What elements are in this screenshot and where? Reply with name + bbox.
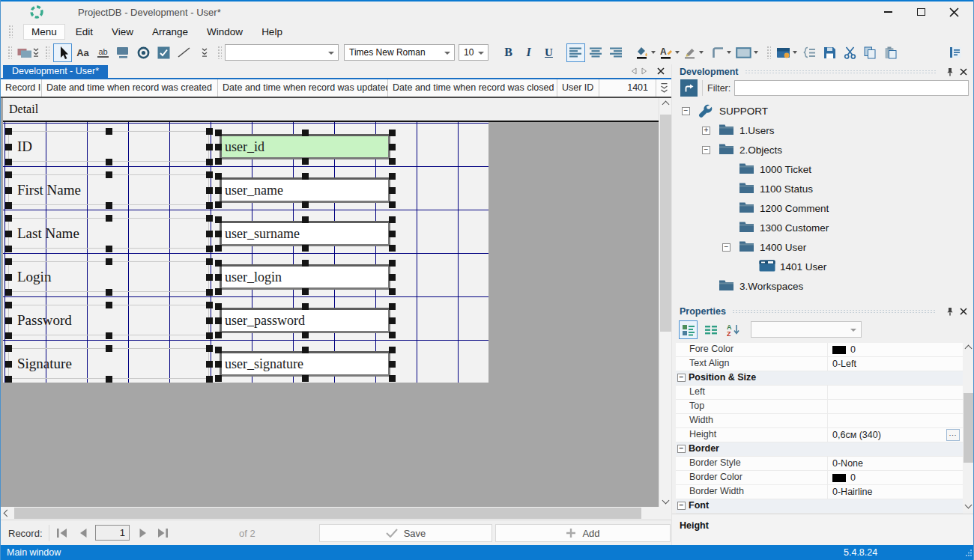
category-expander[interactable]: −: [677, 374, 686, 382]
tools-overflow-button[interactable]: [195, 43, 214, 62]
minimize-button[interactable]: [871, 1, 904, 22]
selection-handle[interactable]: [215, 274, 222, 281]
toolbar-grip[interactable]: [8, 25, 13, 38]
record-header-column[interactable]: Date and time when record was created: [42, 79, 218, 97]
selection-handle[interactable]: [215, 187, 222, 194]
property-row[interactable]: Border Width0-Hairline: [676, 485, 963, 499]
property-value[interactable]: 0,6см (340)...: [828, 428, 963, 442]
selection-handle[interactable]: [206, 345, 213, 352]
style-combobox[interactable]: [225, 44, 339, 61]
selection-handle[interactable]: [389, 144, 396, 150]
menu-item-view[interactable]: View: [103, 24, 142, 40]
last-record-button[interactable]: [154, 526, 172, 541]
record-header-column[interactable]: 1401: [599, 79, 656, 97]
toolbar-grip[interactable]: [766, 46, 771, 59]
ellipsis-button[interactable]: ...: [946, 429, 960, 441]
selection-handle[interactable]: [215, 173, 222, 180]
pointer-tool-button[interactable]: [53, 43, 72, 62]
selection-handle[interactable]: [206, 332, 213, 339]
panel-close-button[interactable]: [958, 67, 969, 77]
label-tool-button[interactable]: Aa: [73, 43, 92, 62]
selection-handle[interactable]: [389, 288, 396, 295]
tree-expander[interactable]: −: [722, 243, 730, 252]
border-style-button[interactable]: [734, 43, 760, 62]
selection-handle[interactable]: [5, 274, 12, 281]
first-record-button[interactable]: [53, 526, 71, 541]
property-object-combobox[interactable]: [751, 321, 862, 338]
selection-handle[interactable]: [5, 187, 12, 194]
selection-handle[interactable]: [215, 245, 222, 252]
scroll-up-button[interactable]: [659, 99, 671, 110]
selection-handle[interactable]: [206, 376, 213, 383]
save-button[interactable]: [820, 43, 839, 62]
align-center-button[interactable]: [587, 43, 605, 62]
font-color-button[interactable]: A: [659, 43, 681, 62]
previous-record-button[interactable]: [74, 526, 92, 541]
selection-handle[interactable]: [215, 216, 222, 223]
selection-handle[interactable]: [5, 202, 12, 209]
selection-handle[interactable]: [206, 289, 213, 296]
selection-handle[interactable]: [389, 216, 396, 223]
scroll-down-button[interactable]: [963, 499, 974, 511]
selection-handle[interactable]: [389, 245, 396, 252]
selection-handle[interactable]: [206, 144, 213, 150]
fill-color-button[interactable]: [634, 43, 657, 62]
designer-field[interactable]: user_password: [220, 308, 390, 333]
selection-handle[interactable]: [215, 375, 222, 382]
selection-handle[interactable]: [302, 130, 309, 136]
selection-handle[interactable]: [215, 144, 222, 150]
selection-handle[interactable]: [106, 332, 112, 339]
designer-vertical-scrollbar[interactable]: [659, 98, 671, 507]
tree-item-support[interactable]: −SUPPORT: [672, 102, 974, 121]
cut-button[interactable]: [841, 43, 859, 62]
menu-item-edit[interactable]: Edit: [67, 24, 101, 40]
selection-handle[interactable]: [206, 361, 213, 368]
property-row[interactable]: Width: [676, 414, 963, 428]
selection-handle[interactable]: [215, 158, 222, 165]
tree-expander[interactable]: +: [702, 127, 710, 135]
selection-handle[interactable]: [206, 258, 213, 265]
property-category-row[interactable]: −Font: [676, 499, 963, 514]
tab-close-button[interactable]: [656, 67, 665, 76]
selection-handle[interactable]: [389, 347, 396, 353]
selection-handle[interactable]: [5, 128, 12, 135]
designer-horizontal-scrollbar[interactable]: [1, 507, 659, 520]
highlight-color-button[interactable]: [683, 43, 705, 62]
selection-handle[interactable]: [389, 332, 396, 338]
toolbar-grip[interactable]: [45, 46, 49, 59]
property-row[interactable]: Left: [676, 386, 963, 400]
menu-item-window[interactable]: Window: [199, 24, 251, 40]
property-row[interactable]: Text Align0-Left: [676, 357, 963, 371]
selection-handle[interactable]: [389, 317, 396, 324]
tree-expander[interactable]: −: [682, 107, 690, 115]
property-value[interactable]: [828, 414, 963, 427]
scroll-up-button[interactable]: [963, 343, 974, 354]
bold-button[interactable]: B: [499, 43, 518, 62]
detail-band-header[interactable]: Detail: [3, 98, 659, 121]
border-corner-button[interactable]: [710, 43, 733, 62]
menu-item-menu[interactable]: Menu: [23, 24, 65, 40]
tree-item-1100-status[interactable]: 1100 Status: [672, 180, 974, 199]
add-record-button[interactable]: Add: [495, 524, 671, 542]
category-expander[interactable]: −: [677, 502, 686, 510]
navigate-button[interactable]: [680, 79, 698, 97]
designer-field[interactable]: user_id: [220, 134, 390, 159]
line-tool-button[interactable]: [175, 43, 193, 62]
selection-handle[interactable]: [215, 303, 222, 310]
selection-handle[interactable]: [206, 159, 213, 165]
filter-input[interactable]: [734, 80, 969, 96]
selection-handle[interactable]: [389, 361, 396, 368]
tree-item-1300-customer[interactable]: 1300 Customer: [672, 219, 974, 238]
selection-handle[interactable]: [106, 289, 112, 296]
scrollbar-thumb[interactable]: [660, 115, 671, 332]
toolbar-grip[interactable]: [217, 46, 222, 59]
property-category-row[interactable]: −Position & Size: [676, 371, 963, 386]
scrollbar-thumb[interactable]: [964, 393, 973, 463]
resize-grip[interactable]: [965, 548, 973, 559]
record-header-column[interactable]: Date and time when record was closed: [388, 79, 557, 97]
property-value[interactable]: 0-None: [828, 457, 963, 470]
selection-handle[interactable]: [215, 332, 222, 338]
selection-handle[interactable]: [5, 215, 12, 222]
property-row[interactable]: Fore Color0: [676, 343, 963, 357]
selection-handle[interactable]: [5, 231, 12, 237]
